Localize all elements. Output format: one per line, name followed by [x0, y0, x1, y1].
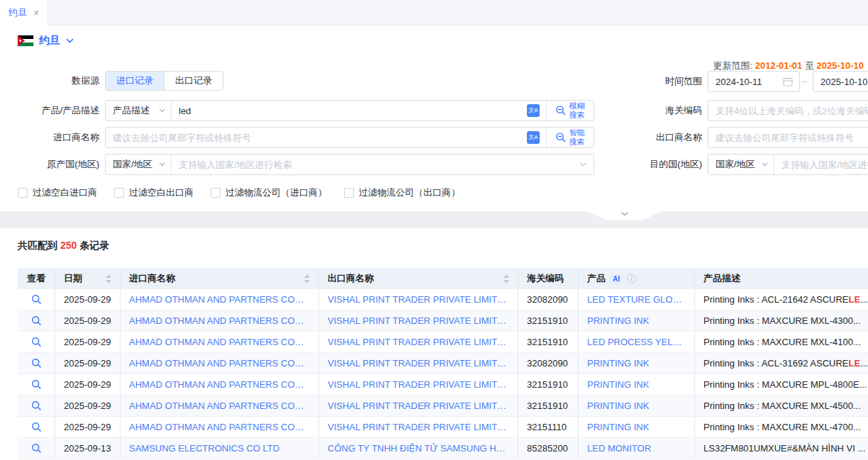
hs-code-cell: 32151910	[518, 396, 579, 416]
origin-label: 原产国(地区)	[0, 154, 99, 175]
hs-code-input[interactable]	[708, 101, 868, 120]
importer-link[interactable]: AHMAD OTHMAN AND PARTNERS COMPA...	[129, 358, 310, 369]
view-record-button[interactable]	[31, 294, 42, 305]
filter-checkbox-item[interactable]: 过滤物流公司（进口商）	[211, 186, 327, 199]
hs-code-field[interactable]	[708, 100, 868, 121]
product-link[interactable]: PRINTING INK	[587, 422, 649, 432]
smart-search-button[interactable]: 智能搜索	[547, 128, 594, 147]
view-record-button[interactable]	[31, 337, 42, 347]
view-record-button[interactable]	[31, 379, 42, 390]
origin-type-select[interactable]: 国家/地区	[106, 158, 171, 171]
filter-checkbox-item[interactable]: 过滤物流公司（出口商）	[344, 186, 460, 199]
exporter-link[interactable]: CÔNG TY TNHH ĐIỆN TỬ SAMSUNG HCMC...	[328, 443, 509, 454]
view-record-button[interactable]	[31, 315, 42, 326]
importer-link[interactable]: AHMAD OTHMAN AND PARTNERS COMPA...	[129, 400, 310, 411]
product-link[interactable]: PRINTING INK	[587, 400, 649, 411]
destination-type-select[interactable]: 国家/地区	[708, 158, 774, 171]
exporter-link[interactable]: VISHAL PRINT TRADER PRIVATE LIMITED	[328, 294, 509, 305]
hs-code-cell: 32151910	[518, 374, 579, 395]
product-search-input[interactable]	[172, 101, 527, 120]
product-link[interactable]: PRINTING INK	[587, 358, 649, 369]
view-record-button[interactable]	[31, 400, 42, 411]
description-cell: Printing Inks : MAXCURE MXL-4500...	[695, 396, 868, 416]
col-importer[interactable]: 进口商名称	[121, 268, 319, 289]
filter-checkbox-item[interactable]: 过滤空白进口商	[18, 186, 97, 199]
description-cell: Printing Inks : ACL-31692 ASCURE LE...	[695, 353, 868, 374]
product-link[interactable]: PRINTING INK	[587, 379, 649, 390]
hs-code-label: 海关编码	[599, 100, 702, 121]
translate-icon[interactable]: 文A	[527, 131, 540, 144]
tab-bar: 约旦 ×	[0, 0, 868, 26]
exporter-link[interactable]: VISHAL PRINT TRADER PRIVATE LIMITED	[328, 337, 509, 347]
exporter-link[interactable]: VISHAL PRINT TRADER PRIVATE LIMITED	[328, 358, 509, 369]
exporter-link[interactable]: VISHAL PRINT TRADER PRIVATE LIMITED	[328, 422, 509, 432]
product-label: 产品/产品描述	[0, 100, 99, 121]
importer-link[interactable]: AHMAD OTHMAN AND PARTNERS COMPA...	[129, 379, 310, 390]
origin-input[interactable]	[172, 155, 579, 174]
filter-checkbox-item[interactable]: 过滤空白出口商	[114, 186, 194, 199]
view-record-button[interactable]	[31, 443, 42, 454]
tab-jordan[interactable]: 约旦 ×	[0, 0, 48, 26]
importer-link[interactable]: AHMAD OTHMAN AND PARTNERS COMPA...	[129, 315, 310, 326]
country-name: 约旦	[39, 34, 60, 47]
checkbox[interactable]	[114, 188, 124, 198]
checkbox[interactable]	[18, 188, 28, 198]
date-start-input[interactable]	[708, 71, 800, 92]
col-exporter[interactable]: 出口商名称	[319, 268, 518, 289]
importer-link[interactable]: AHMAD OTHMAN AND PARTNERS COMPA...	[129, 337, 310, 347]
date-cell: 2025-09-29	[55, 310, 121, 331]
exporter-link[interactable]: VISHAL PRINT TRADER PRIVATE LIMITED	[328, 400, 509, 411]
product-link[interactable]: LED MONITOR	[587, 443, 651, 454]
country-selector[interactable]: 约旦	[18, 26, 74, 55]
hs-code-cell: 32151910	[518, 332, 579, 352]
view-cell	[18, 332, 55, 352]
col-exporter-label: 出口商名称	[328, 272, 374, 285]
product-type-select[interactable]: 产品描述	[106, 104, 171, 117]
importer-label: 进口商名称	[0, 127, 99, 148]
collapse-panel-toggle[interactable]	[587, 211, 662, 220]
date-start-value[interactable]	[708, 72, 783, 91]
destination-input[interactable]	[774, 155, 868, 174]
col-description: 产品描述	[695, 268, 868, 289]
date-end-value[interactable]	[813, 72, 868, 91]
ai-badge: AI	[610, 274, 623, 284]
exporter-field[interactable]	[708, 127, 868, 148]
table-row: 2025-09-29 AHMAD OTHMAN AND PARTNERS COM…	[18, 353, 868, 374]
col-date[interactable]: 日期	[55, 268, 121, 289]
importer-link[interactable]: AHMAD OTHMAN AND PARTNERS COMPA...	[129, 422, 310, 432]
importer-link[interactable]: AHMAD OTHMAN AND PARTNERS COMPA...	[129, 294, 310, 305]
close-icon[interactable]: ×	[33, 8, 39, 18]
translate-icon[interactable]: 文A	[527, 104, 540, 117]
fuzzy-search-button[interactable]: 模糊搜索	[547, 101, 594, 120]
checkbox[interactable]	[344, 188, 354, 198]
product-link[interactable]: LED TEXTURE GLOSS ...	[587, 294, 686, 305]
datasource-import-button[interactable]: 进口记录	[106, 72, 164, 90]
importer-link[interactable]: SAMSUNG ELECTRONICS CO LTD	[129, 443, 279, 454]
product-search-group: 产品描述 文A 模糊搜索	[105, 100, 594, 121]
sort-icon[interactable]	[503, 274, 509, 284]
exporter-input[interactable]	[708, 128, 868, 147]
destination-type-value: 国家/地区	[716, 158, 755, 171]
info-icon[interactable]: i	[627, 274, 636, 284]
chevron-down-icon	[66, 38, 74, 43]
calendar-icon[interactable]	[783, 77, 793, 86]
exporter-link[interactable]: VISHAL PRINT TRADER PRIVATE LIMITED	[328, 315, 509, 326]
panel-gap	[0, 211, 868, 228]
view-record-button[interactable]	[31, 422, 42, 432]
date-end-input[interactable]	[813, 71, 868, 92]
results-panel: 共匹配到250条记录 查看 日期 进口商名称 出口商名称 海关编码	[0, 228, 868, 460]
product-link[interactable]: PRINTING INK	[587, 315, 649, 326]
datasource-export-button[interactable]: 出口记录	[164, 72, 223, 90]
sort-icon[interactable]	[106, 274, 111, 284]
importer-input[interactable]	[106, 128, 527, 147]
product-link[interactable]: LED PROCESS YELLOW...	[587, 337, 686, 347]
description-cell: Printing Inks : MAXCURE MPL-4800E...	[695, 374, 868, 395]
destination-label: 目的国(地区)	[599, 154, 702, 175]
sort-icon[interactable]	[304, 274, 310, 284]
view-record-button[interactable]	[31, 358, 42, 369]
description-cell: Printing Inks : MAXCURE MXL-4100...	[695, 332, 868, 352]
hs-code-cell: 32082090	[518, 289, 579, 310]
exporter-link[interactable]: VISHAL PRINT TRADER PRIVATE LIMITED	[328, 379, 509, 390]
checkbox[interactable]	[211, 188, 221, 198]
description-cell: Printing Inks : MAXCURE MXL-4300...	[695, 310, 868, 331]
